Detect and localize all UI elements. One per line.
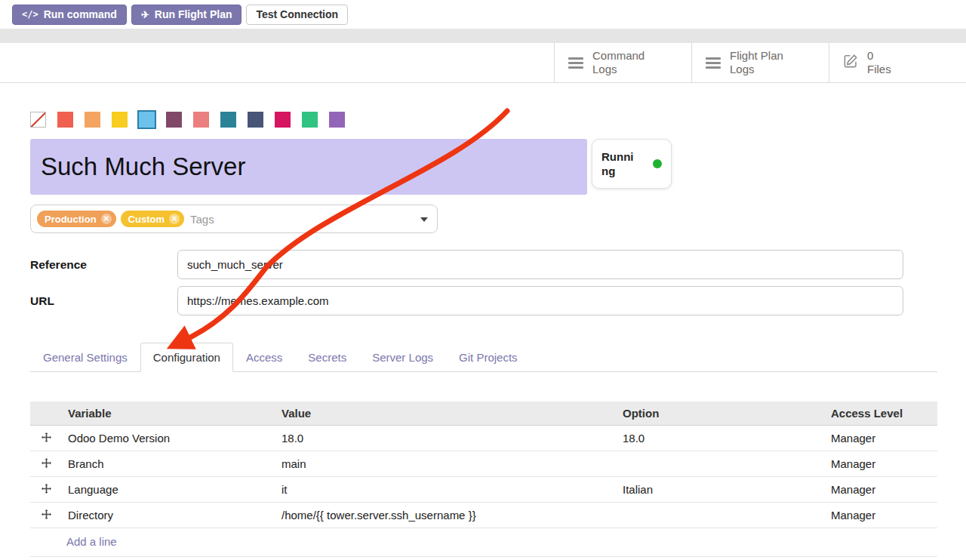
cell-value[interactable]: it bbox=[275, 477, 617, 503]
cell-value[interactable]: 18.0 bbox=[275, 426, 617, 451]
table-row: Branch main Manager bbox=[30, 451, 937, 477]
test-connection-button[interactable]: Test Connection bbox=[246, 5, 348, 25]
cell-variable[interactable]: Odoo Demo Version bbox=[62, 426, 275, 451]
tab-secrets[interactable]: Secrets bbox=[295, 343, 359, 372]
color-picker bbox=[30, 112, 937, 128]
table-header-row: Variable Value Option Access Level bbox=[30, 402, 937, 426]
cell-access-level[interactable]: Manager bbox=[825, 477, 937, 503]
run-command-label: Run command bbox=[44, 8, 117, 20]
form-sheet: Running Production ✕ Custom ✕ Tags Refer… bbox=[0, 83, 966, 557]
run-flight-plan-label: Run Flight Plan bbox=[155, 8, 232, 20]
cell-access-level[interactable]: Manager bbox=[825, 451, 937, 477]
color-swatch[interactable] bbox=[193, 112, 209, 128]
drag-handle-icon[interactable] bbox=[30, 426, 62, 451]
remove-tag-icon[interactable]: ✕ bbox=[169, 214, 180, 224]
drag-handle-column-header bbox=[30, 402, 62, 426]
color-swatch[interactable] bbox=[275, 112, 291, 128]
tag-label: Custom bbox=[128, 214, 165, 225]
status-dot bbox=[653, 159, 662, 168]
tab-general-settings[interactable]: General Settings bbox=[30, 343, 140, 372]
tag-label: Production bbox=[45, 214, 97, 225]
tab-configuration[interactable]: Configuration bbox=[140, 343, 233, 372]
table-row: Directory /home/{{ tower.server.ssh_user… bbox=[30, 503, 937, 528]
cell-variable[interactable]: Branch bbox=[62, 451, 275, 477]
command-logs-label: CommandLogs bbox=[592, 49, 645, 76]
tab-git-projects[interactable]: Git Projects bbox=[446, 343, 531, 372]
list-icon bbox=[706, 57, 721, 69]
edit-icon bbox=[843, 54, 858, 72]
separator-strip bbox=[0, 29, 966, 43]
form-header: CommandLogs Flight PlanLogs 0Files bbox=[0, 43, 966, 83]
tag-custom: Custom ✕ bbox=[121, 211, 184, 227]
code-icon: </> bbox=[22, 9, 38, 20]
files-label: 0Files bbox=[867, 49, 891, 76]
table-row: Odoo Demo Version 18.0 18.0 Manager bbox=[30, 426, 937, 451]
tab-access[interactable]: Access bbox=[233, 343, 295, 372]
notebook-tabs: General Settings Configuration Access Se… bbox=[30, 343, 937, 372]
chevron-down-icon[interactable] bbox=[420, 217, 428, 222]
status-badge: Running bbox=[592, 139, 672, 189]
color-swatch[interactable] bbox=[302, 112, 318, 128]
title-row: Running bbox=[30, 139, 937, 195]
cell-access-level[interactable]: Manager bbox=[825, 426, 937, 451]
run-flight-plan-button[interactable]: ✈ Run Flight Plan bbox=[131, 5, 242, 25]
drag-handle-icon[interactable] bbox=[30, 503, 62, 528]
flight-plan-logs-button[interactable]: Flight PlanLogs bbox=[691, 43, 829, 82]
cell-value[interactable]: /home/{{ tower.server.ssh_username }} bbox=[275, 503, 617, 528]
cell-option[interactable]: 18.0 bbox=[617, 426, 825, 451]
color-swatch[interactable] bbox=[166, 112, 182, 128]
url-label: URL bbox=[30, 294, 177, 308]
color-swatch[interactable] bbox=[220, 112, 236, 128]
column-header-option: Option bbox=[617, 402, 825, 426]
files-button[interactable]: 0Files bbox=[829, 43, 966, 82]
reference-field-row: Reference bbox=[30, 250, 937, 279]
command-logs-button[interactable]: CommandLogs bbox=[554, 43, 691, 82]
cell-value[interactable]: main bbox=[275, 451, 617, 477]
color-swatch[interactable] bbox=[329, 112, 345, 128]
tag-production: Production ✕ bbox=[37, 211, 116, 227]
cell-variable[interactable]: Language bbox=[62, 477, 275, 503]
url-field-row: URL bbox=[30, 286, 937, 315]
tags-field[interactable]: Production ✕ Custom ✕ Tags bbox=[30, 205, 438, 233]
column-header-value: Value bbox=[275, 402, 617, 426]
cell-option[interactable] bbox=[617, 503, 825, 528]
flight-plan-logs-label: Flight PlanLogs bbox=[730, 49, 783, 76]
plane-icon: ✈ bbox=[141, 9, 149, 20]
status-label: Running bbox=[601, 149, 638, 179]
remove-tag-icon[interactable]: ✕ bbox=[101, 214, 112, 224]
cell-option[interactable]: Italian bbox=[617, 477, 825, 503]
server-name-input[interactable] bbox=[30, 139, 587, 195]
test-connection-label: Test Connection bbox=[256, 8, 338, 20]
run-command-button[interactable]: </> Run command bbox=[12, 5, 127, 25]
tags-placeholder: Tags bbox=[190, 213, 214, 226]
cell-option[interactable] bbox=[617, 451, 825, 477]
drag-handle-icon[interactable] bbox=[30, 477, 62, 503]
add-a-line-link[interactable]: Add a line bbox=[66, 535, 117, 548]
table-row: Language it Italian Manager bbox=[30, 477, 937, 503]
variables-table: Variable Value Option Access Level Odoo … bbox=[30, 402, 937, 528]
reference-label: Reference bbox=[30, 258, 177, 272]
cell-access-level[interactable]: Manager bbox=[825, 503, 937, 528]
top-toolbar: </> Run command ✈ Run Flight Plan Test C… bbox=[0, 0, 966, 29]
color-swatch[interactable] bbox=[248, 112, 263, 128]
color-swatch-none[interactable] bbox=[30, 112, 46, 128]
tab-server-logs[interactable]: Server Logs bbox=[359, 343, 446, 372]
reference-input[interactable] bbox=[177, 250, 903, 279]
cell-variable[interactable]: Directory bbox=[62, 503, 275, 528]
color-swatch[interactable] bbox=[112, 112, 128, 128]
color-swatch[interactable] bbox=[57, 112, 73, 128]
color-swatch[interactable] bbox=[139, 112, 155, 128]
drag-handle-icon[interactable] bbox=[30, 451, 62, 477]
add-line-row: Add a line bbox=[30, 528, 937, 557]
column-header-access-level: Access Level bbox=[825, 402, 937, 426]
url-input[interactable] bbox=[177, 286, 903, 315]
color-swatch[interactable] bbox=[85, 112, 100, 128]
list-icon bbox=[568, 57, 583, 69]
column-header-variable: Variable bbox=[62, 402, 275, 426]
